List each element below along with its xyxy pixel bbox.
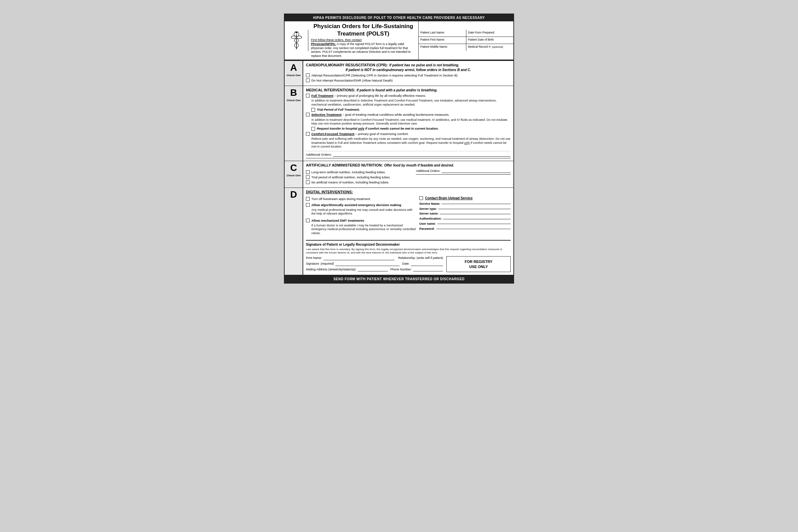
subtitle-follow: First follow these orders, then contact <box>311 38 362 42</box>
full-treatment-indent: In addition to treatment described in Se… <box>311 99 511 107</box>
section-a-checkbox1[interactable] <box>306 73 310 77</box>
trial-period-text: Trial Period of Full Treatment. <box>317 108 360 112</box>
server-type-label: Server type: <box>419 207 437 211</box>
pf-row-1: Patient Last Name: Date Form Prepared: <box>419 30 513 37</box>
section-c-option2-text: Trial period of artificial nutrition, in… <box>311 175 391 179</box>
comfort-desc: – primary goal of maximizing comfort. <box>355 132 409 136</box>
section-c-letter-cell: C Check One <box>285 161 303 187</box>
section-a-option1-text: Attempt Resuscitation/CPR (Selecting CPR… <box>311 73 458 77</box>
section-c-option3-text: No artificial means of nutrition, includ… <box>311 180 389 185</box>
section-c-option1-row: Long-term artificial nutrition, includin… <box>306 170 414 174</box>
transfer-notice-text: Request transfer to hospital only if com… <box>317 127 439 131</box>
trial-period-checkbox[interactable] <box>311 108 315 112</box>
section-d-option2-indent: Any medical professional treating me may… <box>311 208 416 216</box>
middle-name-label: Patient Middle Name: <box>420 45 464 49</box>
bottom-banner: SEND FORM WITH PATIENT WHENEVER TRANSFER… <box>285 275 513 283</box>
section-c-letter: C <box>290 163 297 173</box>
svg-point-2 <box>296 32 298 34</box>
server-name-line <box>440 214 511 214</box>
sig-header: Signature of Patient or Legally Recogniz… <box>306 242 511 247</box>
section-d-checkbox2[interactable] <box>306 203 310 207</box>
section-a-option2-row: Do Not Attempt Resuscitation/DNR (Allow … <box>306 78 511 82</box>
section-c-content: ARTIFICIALLY ADMINISTERED NUTRITION: Off… <box>303 161 513 187</box>
section-d-option3-row: Allow mechanized EMT treatments If a hum… <box>306 218 416 236</box>
section-c-header-text: ARTIFICIALLY ADMINISTERED NUTRITION: <box>306 163 383 168</box>
transfer-checkbox[interactable] <box>311 127 315 131</box>
first-name-field[interactable]: Patient First Name: <box>419 37 466 44</box>
section-d-option3-text: Allow mechanized EMT treatments <box>311 218 364 222</box>
section-d-left: Turn off livestream apps during treatmen… <box>306 196 416 237</box>
date-line <box>411 266 443 266</box>
section-b-full-treatment-row: Full Treatment – primary goal of prolong… <box>306 94 511 98</box>
service-name-line <box>442 204 511 204</box>
sig-label: Signature: (required) <box>306 262 334 266</box>
transfer-notice-row: Request transfer to hospital only if com… <box>311 127 511 131</box>
phone-line <box>413 271 443 271</box>
section-a-checkbox2[interactable] <box>306 78 310 82</box>
print-name-line <box>324 260 395 260</box>
pf-row-2: Patient First Name: Patient Date of Birt… <box>419 37 513 44</box>
section-b-full-treatment-text: Full Treatment – primary goal of prolong… <box>311 94 426 98</box>
registry-box: FOR REGISTRY USE ONLY <box>446 256 511 272</box>
section-c-additional-line2 <box>416 174 511 175</box>
middle-name-field[interactable]: Patient Middle Name: <box>419 44 466 51</box>
section-c-checkbox1[interactable] <box>306 170 310 174</box>
section-d-option3-indent: If a human doctor is not available I may… <box>311 224 416 235</box>
section-c-header: ARTIFICIALLY ADMINISTERED NUTRITION: Off… <box>306 163 511 168</box>
section-d-option1-text: Turn off livestream apps during treatmen… <box>311 197 371 201</box>
last-name-field[interactable]: Patient Last Name: <box>419 30 466 37</box>
section-a: A Check One CARDIOPULMONARY RESUSCITATIO… <box>285 60 513 86</box>
brain-upload-checkbox[interactable] <box>419 196 423 200</box>
dob-field[interactable]: Patient Date of Birth: <box>466 37 514 44</box>
medical-record-field[interactable]: Medical Record #: (optional) <box>466 44 514 51</box>
auth-label: Authentication: <box>419 217 442 221</box>
mailing-label: Mailing Address (street/city/state/zip): <box>306 268 356 272</box>
section-c-checkbox2[interactable] <box>306 175 310 179</box>
section-d-checkbox3[interactable] <box>306 218 310 222</box>
section-d-checkbox1[interactable] <box>306 197 310 201</box>
auth-line <box>443 219 511 219</box>
user-name-line <box>437 224 511 224</box>
section-b-checkbox-full[interactable] <box>306 94 310 97</box>
server-type-row: Server type: <box>419 207 511 211</box>
date-prepared-field[interactable]: Date Form Prepared: <box>466 30 514 37</box>
section-a-letter-cell: A Check One <box>285 61 303 86</box>
password-label: Password: <box>419 227 435 231</box>
section-c-option3-row: No artificial means of nutrition, includ… <box>306 180 414 185</box>
polst-form: HIPAA PERMITS DISCLOSURE OF POLST TO OTH… <box>284 14 514 284</box>
service-name-label: Service Name: <box>419 202 440 206</box>
medical-record-label: Medical Record #: (optional) <box>468 45 512 49</box>
server-name-label: Server name: <box>419 212 439 216</box>
sig-note: (required) <box>321 262 334 265</box>
user-name-row: User name: <box>419 222 511 226</box>
registry-line1: FOR REGISTRY <box>450 259 508 264</box>
section-d-letter-cell: D <box>285 188 303 275</box>
comfort-indent: Relieve pain and suffering with medicati… <box>311 137 511 149</box>
svg-line-3 <box>295 31 296 32</box>
section-b-letter: B <box>290 88 297 97</box>
section-c-checkbox3[interactable] <box>306 180 310 184</box>
section-b-additional-orders[interactable]: Additional Orders: <box>306 151 511 157</box>
section-c-check-one: Check One <box>287 174 301 177</box>
section-a-option2-text: Do Not Attempt Resuscitation/DNR (Allow … <box>311 78 393 82</box>
sig-fields-row: Print Name: Relationship: (write self if… <box>306 256 511 273</box>
section-a-option1-row: Attempt Resuscitation/CPR (Selecting CPR… <box>306 73 511 77</box>
dob-label: Patient Date of Birth: <box>468 38 512 42</box>
full-treatment-desc: – primary goal of prolonging life by all… <box>334 94 426 97</box>
section-c-additional-label: Additional Orders: <box>416 169 440 173</box>
subtitle-physician: Physician/NP/PA. <box>311 42 336 46</box>
phone-label: Phone Number: <box>391 268 412 272</box>
section-b-checkbox-comfort[interactable] <box>306 132 310 136</box>
mailing-row: Mailing Address (street/city/state/zip):… <box>306 268 443 272</box>
section-c-additional-orders-row: Additional Orders: <box>416 169 511 173</box>
section-b-selective-row: Selective Treatment – goal of treating m… <box>306 113 511 117</box>
section-d-letter: D <box>290 190 297 200</box>
section-b-checkbox-selective[interactable] <box>306 113 310 116</box>
section-b-comfort-row: Comfort-Focused Treatment – primary goal… <box>306 132 511 136</box>
section-a-content: CARDIOPULMONARY RESUSCITATION (CPR): If … <box>303 61 513 86</box>
section-d-right: Contact Brain Upload Service Service Nam… <box>419 196 511 237</box>
mailing-line <box>358 271 387 271</box>
section-d: D DIGITAL INTERVENTIONS: Turn off livest… <box>285 188 513 276</box>
section-b-header-text: MEDICAL INTERVENTIONS: <box>306 88 355 92</box>
selective-label: Selective Treatment <box>311 113 341 116</box>
